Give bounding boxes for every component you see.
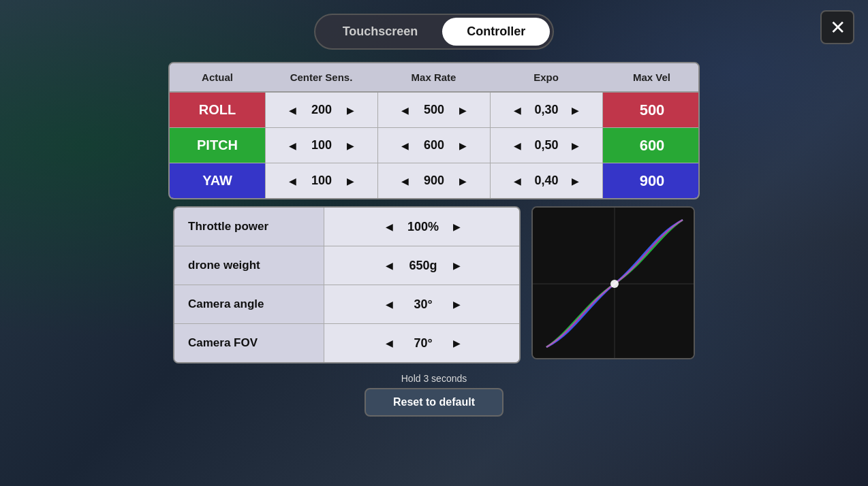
pitch-maxrate-dec[interactable] — [399, 137, 412, 154]
tab-touchscreen[interactable]: Touchscreen — [318, 18, 443, 46]
roll-expo-dec[interactable] — [511, 102, 524, 118]
row-camera-fov: Camera FOV 70° — [174, 324, 519, 362]
row-label-yaw: YAW — [170, 163, 265, 198]
cell-pitch-expo: 0,50 — [490, 128, 602, 163]
cell-yaw-maxrate: 900 — [377, 163, 490, 198]
cell-yaw-maxvel: 900 — [602, 163, 700, 198]
label-drone-weight: drone weight — [174, 246, 324, 285]
cell-throttle-power: 100% — [324, 208, 521, 246]
cell-drone-weight: 650g — [324, 246, 521, 285]
cam-fov-value: 70° — [403, 336, 444, 351]
roll-actual-inc[interactable] — [344, 102, 357, 118]
cell-camera-fov: 70° — [324, 324, 521, 362]
cell-roll-expo: 0,30 — [490, 93, 602, 127]
roll-actual-value: 200 — [305, 103, 339, 117]
table-row-pitch: PITCH 100 600 0,50 600 — [170, 128, 698, 163]
yaw-expo-dec[interactable] — [511, 173, 524, 189]
weight-value: 650g — [403, 259, 444, 273]
cell-yaw-expo: 0,40 — [490, 163, 602, 198]
main-container: ✕ Touchscreen Controller Actual Center S… — [0, 0, 868, 486]
table-row-yaw: YAW 100 900 0,40 900 — [170, 163, 698, 198]
hold-text: Hold 3 seconds — [401, 373, 467, 384]
expo-curve-svg — [533, 208, 695, 359]
roll-maxrate-inc[interactable] — [456, 102, 469, 118]
cell-pitch-maxrate: 600 — [377, 128, 490, 163]
yaw-expo-inc[interactable] — [569, 173, 582, 189]
cam-fov-dec[interactable] — [383, 335, 396, 351]
label-throttle-power: Throttle power — [174, 208, 324, 246]
cell-roll-actual: 200 — [265, 93, 377, 127]
cam-angle-dec[interactable] — [383, 296, 396, 312]
cell-yaw-actual: 100 — [265, 163, 377, 198]
cell-pitch-actual: 100 — [265, 128, 377, 163]
pitch-expo-value: 0,50 — [529, 138, 563, 152]
pitch-actual-dec[interactable] — [286, 137, 299, 154]
table-row-roll: ROLL 200 500 0,30 500 — [170, 93, 698, 128]
yaw-expo-value: 0,40 — [529, 174, 563, 188]
cam-angle-inc[interactable] — [450, 296, 463, 312]
footer: Hold 3 seconds Reset to default — [365, 373, 503, 417]
tab-controller[interactable]: Controller — [442, 18, 550, 46]
yaw-maxrate-value: 900 — [417, 174, 451, 188]
yaw-maxrate-inc[interactable] — [456, 173, 469, 189]
table-header: Actual Center Sens. Max Rate Expo Max Ve… — [170, 63, 698, 93]
yaw-actual-value: 100 — [305, 174, 339, 188]
pitch-actual-value: 100 — [305, 138, 339, 152]
pitch-expo-dec[interactable] — [511, 137, 524, 154]
header-max-vel: Max Vel — [602, 63, 700, 91]
cam-fov-inc[interactable] — [450, 335, 463, 351]
pitch-maxrate-inc[interactable] — [456, 137, 469, 154]
header-expo: Expo — [490, 63, 602, 91]
yaw-actual-dec[interactable] — [286, 173, 299, 189]
settings-table: Actual Center Sens. Max Rate Expo Max Ve… — [168, 62, 700, 199]
row-camera-angle: Camera angle 30° — [174, 285, 519, 324]
weight-inc[interactable] — [450, 257, 463, 274]
pitch-maxrate-value: 600 — [417, 138, 451, 152]
bottom-settings-table: Throttle power 100% drone weight 650g Ca… — [173, 206, 521, 363]
reset-button[interactable]: Reset to default — [365, 388, 503, 417]
cell-roll-maxvel: 500 — [602, 93, 700, 127]
pitch-actual-inc[interactable] — [344, 137, 357, 154]
close-button[interactable]: ✕ — [820, 10, 854, 44]
header-max-rate: Max Rate — [377, 63, 490, 91]
throttle-value: 100% — [403, 220, 444, 234]
yaw-actual-inc[interactable] — [344, 173, 357, 189]
label-camera-angle: Camera angle — [174, 285, 324, 323]
cell-pitch-maxvel: 600 — [602, 128, 700, 163]
roll-maxrate-value: 500 — [417, 103, 451, 117]
header-center-sens: Center Sens. — [265, 63, 377, 91]
weight-dec[interactable] — [383, 257, 396, 274]
pitch-expo-inc[interactable] — [569, 137, 582, 154]
throttle-dec[interactable] — [383, 218, 396, 235]
yaw-maxrate-dec[interactable] — [399, 173, 412, 189]
label-camera-fov: Camera FOV — [174, 324, 324, 362]
roll-expo-value: 0,30 — [529, 103, 563, 117]
expo-curve-display — [531, 206, 695, 359]
header-actual: Actual — [170, 63, 265, 91]
tab-switcher: Touchscreen Controller — [314, 14, 555, 50]
throttle-inc[interactable] — [450, 218, 463, 235]
cell-roll-maxrate: 500 — [377, 93, 490, 127]
row-label-pitch: PITCH — [170, 128, 265, 163]
row-drone-weight: drone weight 650g — [174, 246, 519, 285]
cell-camera-angle: 30° — [324, 285, 521, 323]
roll-expo-inc[interactable] — [569, 102, 582, 118]
roll-maxrate-dec[interactable] — [399, 102, 412, 118]
svg-point-3 — [610, 280, 619, 288]
cam-angle-value: 30° — [403, 297, 444, 312]
roll-actual-dec[interactable] — [286, 102, 299, 118]
row-label-roll: ROLL — [170, 93, 265, 127]
row-throttle-power: Throttle power 100% — [174, 208, 519, 246]
bottom-panels-row: Throttle power 100% drone weight 650g Ca… — [173, 206, 695, 363]
